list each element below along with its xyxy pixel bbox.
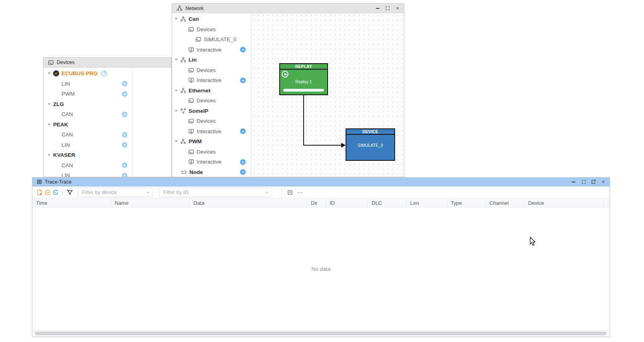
tree-item-interactive[interactable]: Interactive + [172, 157, 251, 167]
tree-item-can[interactable]: CAN + [44, 109, 132, 120]
expand-arrow-icon[interactable] [175, 59, 178, 61]
column-header-id[interactable]: ID [326, 198, 368, 207]
tree-item-pwm[interactable]: PWM [172, 136, 251, 147]
add-device-badge[interactable]: + [122, 91, 127, 97]
tree-item-ecubus-pro[interactable]: e ECUBUS-PRO ? [44, 68, 132, 79]
add-device-badge[interactable]: + [122, 112, 127, 117]
help-icon[interactable]: ? [101, 71, 107, 76]
minimize-button[interactable] [570, 179, 576, 185]
tree-item-simulate-0[interactable]: SIMULATE_0 [172, 34, 251, 45]
add-badge[interactable]: + [240, 128, 246, 134]
replay-node-label: Replay 1 [280, 79, 327, 84]
expand-arrow-icon[interactable] [48, 154, 51, 156]
network-window: Network × Can Devices [172, 3, 404, 177]
tree-item-lin[interactable]: LIN + [44, 79, 132, 89]
network-tree: Can Devices SIMULATE_0 Interactive + [172, 14, 251, 177]
add-device-badge[interactable]: + [122, 173, 127, 177]
tree-item-interactive[interactable]: Interactive + [172, 75, 251, 86]
devices-icon [188, 149, 194, 155]
devices-icon [188, 67, 194, 73]
network-canvas[interactable]: REPLAY Replay 1 DEVICE SIMULATE_0 [251, 13, 404, 177]
expand-arrow-icon[interactable] [48, 124, 51, 126]
tree-item-zlg[interactable]: ZLG [44, 99, 132, 110]
expand-arrow-icon[interactable] [175, 18, 178, 20]
play-icon[interactable] [282, 71, 288, 78]
clear-filter-icon[interactable] [67, 189, 73, 196]
filter-by-device-select[interactable] [78, 188, 153, 197]
interactive-icon [188, 128, 194, 134]
tree-item-devices[interactable]: Devices [172, 96, 251, 106]
tree-item-devices[interactable]: Devices [172, 65, 251, 76]
expand-arrow-icon[interactable] [48, 72, 51, 74]
tree-item-interactive[interactable]: Interactive + [172, 126, 251, 137]
add-badge[interactable]: + [240, 159, 246, 165]
tree-item-interactive[interactable]: Interactive + [172, 45, 251, 55]
popout-icon[interactable] [591, 179, 596, 184]
add-device-badge[interactable]: + [122, 162, 127, 168]
minimize-button[interactable] [374, 5, 381, 12]
tree-item-kvaser[interactable]: KVASER [44, 150, 132, 160]
devices-window: Devices e ECUBUS-PRO ? LIN + PWM + [43, 57, 172, 177]
expand-arrow-icon[interactable] [175, 110, 178, 112]
device-node[interactable]: DEVICE SIMULATE_0 [346, 128, 395, 161]
auto-scroll-icon[interactable] [52, 189, 59, 196]
tree-item-ethernet[interactable]: Ethernet [172, 86, 251, 96]
interactive-icon [188, 47, 194, 53]
tree-item-can[interactable]: CAN + [44, 160, 132, 171]
trace-titlebar[interactable]: Trace-Trace × [32, 178, 610, 186]
tree-item-devices[interactable]: Devices [172, 116, 251, 126]
more-options-icon[interactable]: ⋯ [297, 190, 303, 194]
column-header-dlc[interactable]: DLC [368, 198, 407, 207]
save-icon[interactable] [287, 189, 293, 196]
device-icon [195, 36, 201, 42]
add-badge[interactable]: + [240, 47, 246, 52]
trace-window-title: Trace-Trace [45, 179, 72, 185]
tree-item-node[interactable]: Node + [172, 167, 251, 177]
filter-by-id-select[interactable] [159, 188, 272, 197]
column-header-dir[interactable]: Dir [307, 198, 326, 207]
horizontal-scrollbar[interactable] [32, 330, 610, 336]
tree-item-can[interactable]: CAN + [44, 130, 132, 140]
close-button[interactable]: × [394, 5, 401, 12]
tree-item-lin[interactable]: Lin [172, 55, 251, 65]
filter-by-id-input[interactable] [159, 188, 272, 197]
replay-node-header: REPLAY [280, 64, 327, 70]
clear-log-icon[interactable] [36, 189, 43, 196]
expand-arrow-icon[interactable] [175, 140, 178, 142]
network-titlebar[interactable]: Network × [172, 4, 404, 13]
tree-item-lin[interactable]: LIN + [44, 140, 132, 150]
pause-icon[interactable] [44, 189, 51, 196]
column-header-time[interactable]: Time [32, 198, 111, 207]
tree-item-lin[interactable]: LIN + [44, 170, 132, 177]
tree-item-can[interactable]: Can [172, 14, 251, 24]
add-device-badge[interactable]: + [122, 142, 127, 148]
network-window-icon [177, 5, 183, 11]
expand-arrow-icon[interactable] [175, 90, 178, 92]
maximize-button[interactable] [580, 179, 587, 185]
devices-titlebar[interactable]: Devices [44, 58, 171, 68]
scrollbar-thumb[interactable] [35, 332, 606, 335]
column-header-len[interactable]: Len [407, 198, 447, 207]
column-header-type[interactable]: Type [447, 198, 486, 207]
network-protocol-icon [180, 16, 186, 22]
maximize-button[interactable] [384, 5, 391, 12]
add-device-badge[interactable]: + [122, 132, 127, 138]
column-header-name[interactable]: Name [111, 198, 190, 207]
tree-item-peak[interactable]: PEAK [44, 120, 132, 130]
filter-by-device-input[interactable] [78, 188, 153, 197]
devices-window-title: Devices [57, 60, 74, 65]
tree-item-pwm[interactable]: PWM + [44, 89, 132, 99]
add-device-badge[interactable]: + [122, 81, 127, 86]
column-header-device[interactable]: Device [525, 198, 604, 207]
column-header-channel[interactable]: Channel [486, 198, 525, 207]
add-badge[interactable]: + [240, 78, 246, 83]
expand-arrow-icon[interactable] [48, 103, 51, 105]
close-button[interactable]: × [600, 179, 606, 185]
add-badge[interactable]: + [240, 169, 246, 175]
node-icon [181, 169, 187, 175]
replay-node[interactable]: REPLAY Replay 1 [279, 63, 328, 95]
column-header-data[interactable]: Data [190, 198, 307, 207]
tree-item-someip[interactable]: SomeIP [172, 106, 251, 116]
tree-item-devices[interactable]: Devices [172, 24, 251, 35]
tree-item-devices[interactable]: Devices [172, 147, 251, 157]
